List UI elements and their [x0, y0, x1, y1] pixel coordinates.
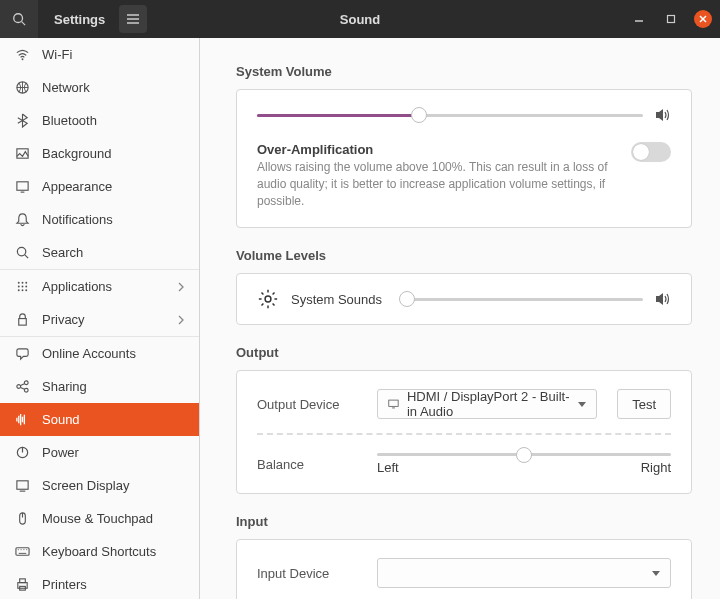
chevron-right-icon — [177, 281, 185, 293]
svg-line-29 — [20, 384, 24, 386]
sidebar-item-label: Privacy — [42, 312, 85, 327]
sidebar-item-sharing[interactable]: Sharing — [0, 370, 199, 403]
sidebar-item-bluetooth[interactable]: Bluetooth — [0, 104, 199, 137]
printers-icon — [14, 577, 30, 593]
hamburger-menu-button[interactable] — [119, 5, 147, 33]
sidebar-item-label: Online Accounts — [42, 346, 136, 361]
sidebar-item-keyboard-shortcuts[interactable]: Keyboard Shortcuts — [0, 535, 199, 568]
search-button[interactable] — [0, 0, 38, 38]
svg-point-14 — [17, 247, 25, 255]
test-button[interactable]: Test — [617, 389, 671, 419]
sidebar-item-appearance[interactable]: Appearance — [0, 170, 199, 203]
separator — [257, 433, 671, 435]
svg-line-1 — [22, 22, 26, 26]
gear-icon — [257, 288, 279, 310]
sidebar-item-label: Screen Display — [42, 478, 129, 493]
page-title: Sound — [340, 12, 380, 27]
svg-point-23 — [21, 289, 23, 291]
overamp-toggle[interactable] — [631, 142, 671, 162]
volume-levels-card: System Sounds — [236, 273, 692, 325]
svg-rect-37 — [15, 548, 28, 556]
output-device-combo[interactable]: HDMI / DisplayPort 2 - Built-in Audio — [377, 389, 597, 419]
svg-point-9 — [21, 58, 23, 60]
svg-marker-46 — [656, 109, 663, 121]
bluetooth-icon — [14, 113, 30, 129]
speaker-icon — [655, 108, 671, 122]
sidebar-item-applications[interactable]: Applications — [0, 270, 199, 303]
sidebar-item-mouse-touchpad[interactable]: Mouse & Touchpad — [0, 502, 199, 535]
sidebar-item-label: Notifications — [42, 212, 113, 227]
system-volume-heading: System Volume — [236, 64, 692, 79]
screen-display-icon — [14, 478, 30, 494]
sidebar-item-privacy[interactable]: Privacy — [0, 303, 199, 336]
chevron-right-icon — [177, 314, 185, 326]
sidebar-item-online-accounts[interactable]: Online Accounts — [0, 337, 199, 370]
network-icon — [14, 80, 30, 96]
sidebar-item-label: Network — [42, 80, 90, 95]
sidebar-item-screen-display[interactable]: Screen Display — [0, 469, 199, 502]
appearance-icon — [14, 179, 30, 195]
balance-label: Balance — [257, 457, 357, 472]
output-card: Output Device HDMI / DisplayPort 2 - Bui… — [236, 370, 692, 494]
input-device-combo[interactable] — [377, 558, 671, 588]
svg-point-47 — [265, 296, 271, 302]
svg-rect-33 — [16, 481, 27, 489]
system-sounds-label: System Sounds — [291, 292, 382, 307]
sound-icon — [14, 412, 30, 428]
system-volume-slider[interactable] — [257, 114, 643, 117]
svg-point-27 — [24, 381, 28, 385]
window-minimize-button[interactable] — [630, 10, 648, 28]
svg-point-18 — [25, 282, 27, 284]
sidebar-item-label: Sharing — [42, 379, 87, 394]
svg-rect-12 — [16, 182, 27, 190]
system-sounds-slider[interactable] — [402, 298, 643, 301]
monitor-icon — [388, 398, 399, 410]
svg-rect-49 — [389, 400, 398, 406]
input-card: Input Device Configuration — [236, 539, 692, 599]
sharing-icon — [14, 379, 30, 395]
system-volume-card: Over-Amplification Allows raising the vo… — [236, 89, 692, 228]
close-icon — [698, 14, 708, 24]
svg-line-30 — [20, 387, 24, 389]
svg-point-17 — [21, 282, 23, 284]
svg-rect-44 — [19, 579, 25, 583]
balance-slider[interactable] — [377, 453, 671, 456]
search-icon — [14, 245, 30, 261]
keyboard-shortcuts-icon — [14, 544, 30, 560]
chevron-down-icon — [652, 571, 660, 576]
sidebar-item-wifi[interactable]: Wi-Fi — [0, 38, 199, 71]
window-maximize-button[interactable] — [662, 10, 680, 28]
sidebar-item-notifications[interactable]: Notifications — [0, 203, 199, 236]
sidebar-item-background[interactable]: Background — [0, 137, 199, 170]
sidebar-item-label: Applications — [42, 279, 112, 294]
titlebar: Settings Sound — [0, 0, 720, 38]
svg-point-28 — [24, 388, 28, 392]
svg-point-19 — [17, 286, 19, 288]
maximize-icon — [666, 14, 676, 24]
svg-point-0 — [14, 14, 23, 23]
balance-right-label: Right — [641, 460, 671, 475]
sidebar-item-label: Keyboard Shortcuts — [42, 544, 156, 559]
hamburger-icon — [126, 13, 140, 25]
output-device-value: HDMI / DisplayPort 2 - Built-in Audio — [407, 389, 570, 419]
search-icon — [12, 12, 26, 26]
online-accounts-icon — [14, 346, 30, 362]
sidebar-item-printers[interactable]: Printers — [0, 568, 199, 599]
sidebar-item-search[interactable]: Search — [0, 236, 199, 269]
output-device-label: Output Device — [257, 397, 357, 412]
privacy-icon — [14, 312, 30, 328]
sidebar-item-label: Bluetooth — [42, 113, 97, 128]
notifications-icon — [14, 212, 30, 228]
power-icon — [14, 445, 30, 461]
output-heading: Output — [236, 345, 692, 360]
svg-point-24 — [25, 289, 27, 291]
sidebar-item-power[interactable]: Power — [0, 436, 199, 469]
svg-point-21 — [25, 286, 27, 288]
sidebar-item-network[interactable]: Network — [0, 71, 199, 104]
overamp-desc: Allows raising the volume above 100%. Th… — [257, 159, 617, 209]
svg-point-16 — [17, 282, 19, 284]
sidebar-item-sound[interactable]: Sound — [0, 403, 199, 436]
window-close-button[interactable] — [694, 10, 712, 28]
sidebar: Wi-FiNetworkBluetoothBackgroundAppearanc… — [0, 38, 200, 599]
sidebar-item-label: Printers — [42, 577, 87, 592]
